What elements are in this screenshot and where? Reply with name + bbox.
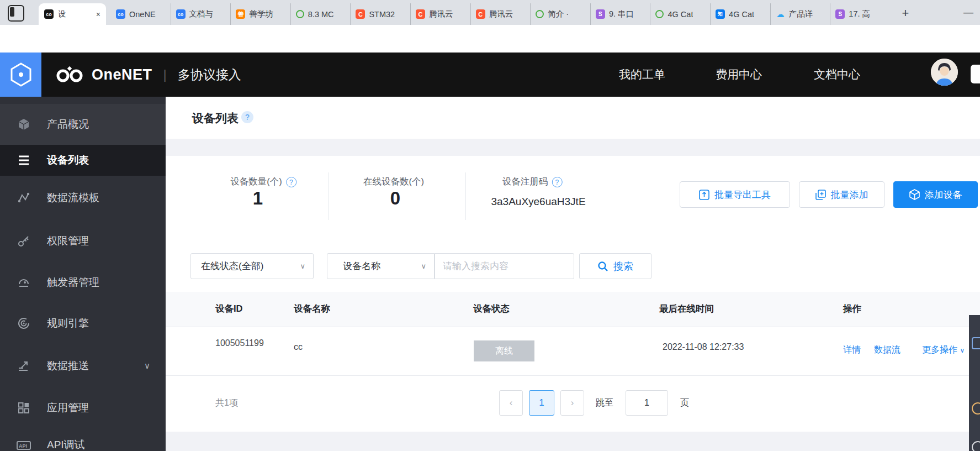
col-device-id: 设备ID: [215, 303, 243, 315]
sidebar-item-permission[interactable]: 权限管理: [0, 220, 166, 261]
sidebar-item-app-management[interactable]: 应用管理: [0, 388, 166, 428]
sidebar-item-trigger[interactable]: 触发器管理: [0, 261, 166, 303]
new-tab-button[interactable]: +: [897, 6, 914, 22]
tab-title: 善学坊: [249, 9, 273, 19]
stat-device-count-value: 1: [253, 188, 263, 209]
browser-tab-8[interactable]: 简介 ·: [530, 3, 590, 25]
onenet-blue-favicon: co: [116, 9, 125, 19]
search-button[interactable]: 搜索: [579, 253, 651, 279]
nav-billing-center[interactable]: 费用中心: [716, 53, 762, 97]
window-minimize-button[interactable]: —: [960, 4, 977, 21]
tab-title: OneNE: [129, 10, 156, 19]
chevron-down-icon: ∨: [960, 347, 965, 354]
browser-tab-1[interactable]: coOneNE: [111, 3, 171, 25]
red-favicon: C: [476, 9, 485, 19]
page-title: 设备列表: [192, 111, 239, 126]
sidebar-item-datastream-template[interactable]: 数据流模板: [0, 176, 166, 220]
brand-divider: |: [163, 67, 167, 82]
api-icon: API: [17, 438, 31, 451]
device-name-cell: cc: [294, 342, 303, 352]
sidebar-item-data-push[interactable]: 数据推送 ∨: [0, 344, 166, 388]
sidebar-item-api-debug[interactable]: API API调试: [0, 428, 166, 451]
page-jump-input[interactable]: [626, 390, 668, 416]
current-page-button[interactable]: 1: [529, 390, 554, 416]
datastream-link[interactable]: 数据流: [874, 344, 900, 356]
stat-register-code-label: 设备注册码 ?: [502, 176, 563, 188]
browser-tab-3[interactable]: 善善学坊: [230, 3, 290, 25]
browser-tab-13[interactable]: S17. 高: [830, 3, 890, 25]
browser-tab-7[interactable]: C腾讯云: [470, 3, 531, 25]
green-favicon: [655, 10, 664, 18]
product-name: 多协议接入: [178, 66, 241, 83]
batch-add-button[interactable]: 批量添加: [799, 181, 884, 208]
cutoff-header-widget: [971, 65, 980, 83]
chevron-down-icon: ∨: [421, 262, 426, 270]
divider: [328, 172, 329, 220]
browser-tab-10[interactable]: 4G Cat: [650, 3, 710, 25]
browser-tab-12[interactable]: ☁产品详: [770, 3, 830, 25]
main-content: 设备列表 ? 设备数量(个) ? 1 在线设备数(个) 0 设备注册码 ? 3a…: [166, 97, 980, 451]
list-icon: [17, 153, 31, 167]
search-field-select[interactable]: 设备名称 ∨: [327, 253, 435, 279]
status-filter-select[interactable]: 在线状态(全部) ∨: [190, 253, 314, 279]
nav-my-tickets[interactable]: 我的工单: [619, 53, 665, 97]
divider: [465, 172, 466, 220]
pagination: 共1项 ‹ 1 › 跳至 页: [166, 375, 980, 432]
help-icon[interactable]: ?: [241, 111, 253, 123]
key-icon: [17, 234, 31, 248]
browser-tab-6[interactable]: C腾讯云: [410, 3, 470, 25]
sidebar-item-device-list[interactable]: 设备列表: [0, 145, 166, 176]
sidebar-item-label: 数据流模板: [47, 191, 99, 205]
sidebar-item-label: 应用管理: [47, 401, 89, 415]
purple-favicon: S: [596, 9, 605, 19]
help-icon[interactable]: ?: [552, 177, 562, 187]
prev-page-button[interactable]: ‹: [499, 390, 523, 416]
chevron-down-icon: ∨: [300, 262, 305, 270]
browser-tab-11[interactable]: 知4G Cat: [710, 3, 770, 25]
tab-title: 简介 ·: [548, 9, 569, 19]
status-badge: 离线: [474, 340, 534, 361]
stat-register-code-value: 3a3AuXye6uaH3JtE: [491, 196, 585, 208]
browser-tab-5[interactable]: CSTM32: [350, 3, 410, 25]
browser-tab-active[interactable]: co 设 ×: [39, 3, 106, 25]
trigger-icon: [17, 275, 31, 290]
sidebar-item-rule-engine[interactable]: 规则引擎: [0, 303, 166, 344]
sidebar-item-label: 产品概况: [47, 117, 89, 132]
add-device-button[interactable]: 添加设备: [893, 181, 978, 208]
last-online-cell: 2022-11-08 12:27:33: [663, 342, 744, 352]
cutoff-icon: [972, 441, 980, 451]
detail-link[interactable]: 详情: [843, 344, 861, 356]
stat-online-count-label: 在线设备数(个): [363, 176, 424, 188]
batch-export-button[interactable]: 批量导出工具: [680, 181, 790, 208]
nav-docs-center[interactable]: 文档中心: [814, 53, 860, 97]
tab-actions-button[interactable]: [8, 5, 24, 22]
chevron-down-icon[interactable]: ∨: [144, 361, 150, 371]
browser-tab-bar: co 设 × coOneNEco文档与善善学坊8.3 MCCSTM32C腾讯云C…: [0, 0, 980, 25]
browser-tab-2[interactable]: co文档与: [171, 3, 231, 25]
platform-logo-tile[interactable]: [0, 53, 41, 97]
browser-tabs: coOneNEco文档与善善学坊8.3 MCCSTM32C腾讯云C腾讯云简介 ·…: [111, 3, 890, 25]
tab-close-icon[interactable]: ×: [96, 10, 100, 19]
table-header: 设备ID 设备名称 设备状态 最后在线时间 操作: [166, 292, 980, 327]
browser-tab-9[interactable]: S9. 串口: [590, 3, 650, 25]
browser-tab-4[interactable]: 8.3 MC: [290, 3, 351, 25]
purple-favicon: S: [835, 9, 845, 19]
tab-title: 腾讯云: [489, 9, 513, 19]
tab-title: 4G Cat: [729, 10, 754, 19]
help-icon[interactable]: ?: [286, 177, 296, 187]
sidebar-item-product-overview[interactable]: 产品概况: [0, 104, 166, 145]
search-input[interactable]: [435, 253, 574, 279]
cube-icon: [17, 117, 31, 132]
orange-favicon: 善: [236, 9, 245, 19]
sidebar-item-label: 权限管理: [47, 234, 89, 248]
brand-name: OneNET: [92, 66, 152, 83]
tab-title: 文档与: [189, 9, 214, 19]
hexagon-icon: [10, 62, 32, 87]
tab-title: 产品详: [789, 9, 813, 19]
total-count: 共1项: [215, 397, 238, 409]
next-page-button[interactable]: ›: [560, 390, 584, 416]
more-actions-link[interactable]: 更多操作 ∨: [922, 344, 965, 356]
tab-title: 17. 高: [849, 9, 870, 19]
sidebar: 产品概况 设备列表 数据流模板 权限管理 触发器管理 规则引擎 数据推送 ∨: [0, 97, 166, 451]
avatar[interactable]: [931, 59, 958, 86]
